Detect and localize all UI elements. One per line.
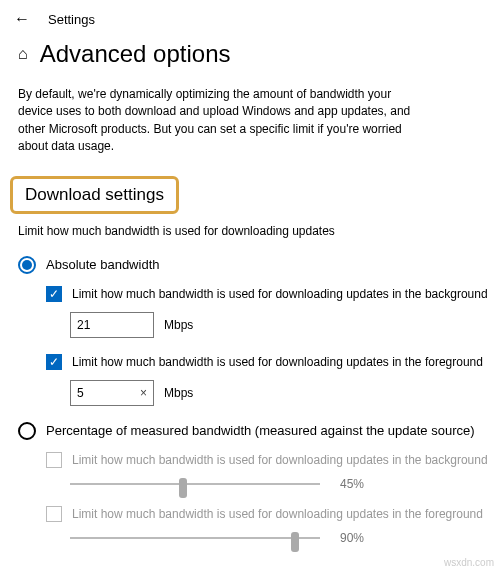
- window-title: Settings: [48, 12, 95, 27]
- download-settings-sub: Limit how much bandwidth is used for dow…: [0, 224, 500, 250]
- background-mbps-input[interactable]: 21: [70, 312, 154, 338]
- home-icon[interactable]: ⌂: [18, 45, 28, 63]
- checkbox-pct-background-limit: Limit how much bandwidth is used for dow…: [0, 446, 500, 474]
- foreground-pct-slider: [70, 530, 320, 546]
- unit-label: Mbps: [164, 386, 193, 400]
- foreground-mbps-input[interactable]: 5 ×: [70, 380, 154, 406]
- checkbox-label: Limit how much bandwidth is used for dow…: [72, 453, 488, 467]
- checkbox-icon: [46, 506, 62, 522]
- radio-icon: [18, 422, 36, 440]
- background-pct-slider: [70, 476, 320, 492]
- watermark: wsxdn.com: [444, 557, 494, 568]
- checkbox-foreground-limit[interactable]: ✓ Limit how much bandwidth is used for d…: [0, 348, 500, 376]
- input-value: 5: [77, 386, 84, 400]
- page-title: Advanced options: [40, 40, 231, 68]
- radio-percentage-bandwidth[interactable]: Percentage of measured bandwidth (measur…: [0, 416, 500, 446]
- radio-label: Absolute bandwidth: [46, 257, 159, 272]
- back-icon[interactable]: ←: [14, 10, 30, 28]
- radio-label: Percentage of measured bandwidth (measur…: [46, 423, 475, 438]
- foreground-pct-value: 90%: [340, 531, 364, 545]
- checkbox-label: Limit how much bandwidth is used for dow…: [72, 287, 488, 301]
- input-value: 21: [77, 318, 90, 332]
- clear-icon[interactable]: ×: [140, 386, 147, 400]
- radio-icon: [18, 256, 36, 274]
- download-settings-heading: Download settings: [10, 176, 179, 214]
- checkbox-background-limit[interactable]: ✓ Limit how much bandwidth is used for d…: [0, 280, 500, 308]
- checkbox-label: Limit how much bandwidth is used for dow…: [72, 507, 483, 521]
- checkbox-icon: ✓: [46, 354, 62, 370]
- checkbox-icon: ✓: [46, 286, 62, 302]
- checkbox-icon: [46, 452, 62, 468]
- radio-absolute-bandwidth[interactable]: Absolute bandwidth: [0, 250, 500, 280]
- background-pct-value: 45%: [340, 477, 364, 491]
- page-description: By default, we're dynamically optimizing…: [0, 76, 430, 156]
- checkbox-pct-foreground-limit: Limit how much bandwidth is used for dow…: [0, 500, 500, 528]
- checkbox-label: Limit how much bandwidth is used for dow…: [72, 355, 483, 369]
- unit-label: Mbps: [164, 318, 193, 332]
